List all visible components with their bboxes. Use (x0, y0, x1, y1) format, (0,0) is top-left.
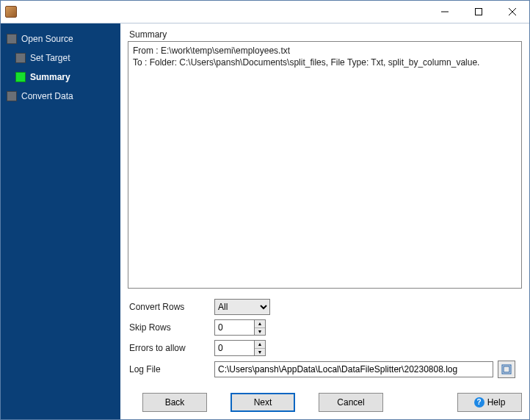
step-label: Summary (30, 72, 70, 82)
errors-input[interactable] (214, 340, 254, 356)
wizard-sidebar: Open Source Set Target Summary Convert D… (1, 23, 120, 419)
step-label: Open Source (21, 34, 73, 44)
step-open-source[interactable]: Open Source (1, 29, 120, 48)
errors-spinner[interactable]: ▲ ▼ (254, 340, 266, 356)
minimize-icon (441, 8, 449, 15)
browse-log-button[interactable] (498, 361, 515, 378)
summary-line-from: From : E:\work\temp\semi\employees.txt (133, 46, 290, 56)
help-icon: ? (474, 397, 484, 408)
next-button[interactable]: Next (230, 393, 295, 412)
help-label: Help (487, 397, 506, 408)
errors-label: Errors to allow (128, 343, 214, 353)
window-controls (428, 1, 529, 23)
help-button[interactable]: ? Help (457, 393, 522, 412)
step-indicator-icon (7, 91, 17, 101)
spin-up-icon[interactable]: ▲ (255, 320, 265, 328)
summary-line-to: To : Folder: C:\Users\pansh\Documents\sp… (133, 57, 479, 68)
step-label: Set Target (30, 53, 70, 63)
maximize-icon (475, 8, 482, 15)
summary-textbox[interactable]: From : E:\work\temp\semi\employees.txt T… (128, 41, 522, 289)
spin-down-icon[interactable]: ▼ (255, 328, 265, 336)
convert-rows-select[interactable]: All (214, 299, 270, 315)
svg-rect-5 (504, 366, 509, 372)
step-convert-data[interactable]: Convert Data (1, 87, 120, 106)
step-label: Convert Data (21, 91, 73, 101)
wizard-buttons: Back Next Cancel ? Help (128, 393, 522, 412)
options-form: Convert Rows All Skip Rows ▲ ▼ (128, 299, 522, 383)
log-file-label: Log File (128, 364, 214, 374)
step-summary[interactable]: Summary (1, 68, 120, 87)
close-icon (509, 8, 516, 15)
step-indicator-icon (15, 72, 26, 82)
spin-down-icon[interactable]: ▼ (255, 349, 265, 356)
titlebar (1, 1, 529, 23)
minimize-button[interactable] (428, 1, 462, 23)
svg-rect-1 (476, 9, 482, 15)
skip-rows-spinner[interactable]: ▲ ▼ (254, 319, 266, 336)
convert-rows-label: Convert Rows (128, 302, 214, 312)
main-window: Open Source Set Target Summary Convert D… (0, 0, 530, 420)
skip-rows-input[interactable] (214, 319, 254, 336)
log-file-input[interactable] (214, 361, 493, 377)
maximize-button[interactable] (462, 1, 495, 23)
app-icon (5, 6, 17, 18)
cancel-button[interactable]: Cancel (319, 393, 383, 412)
browse-icon (501, 364, 512, 374)
close-button[interactable] (495, 1, 529, 23)
step-indicator-icon (7, 34, 17, 44)
step-set-target[interactable]: Set Target (1, 48, 120, 68)
spin-up-icon[interactable]: ▲ (255, 341, 265, 349)
back-button[interactable]: Back (142, 393, 207, 412)
skip-rows-label: Skip Rows (128, 322, 214, 333)
step-indicator-icon (15, 53, 26, 63)
summary-heading: Summary (129, 29, 522, 40)
content-panel: Summary From : E:\work\temp\semi\employe… (120, 23, 529, 419)
